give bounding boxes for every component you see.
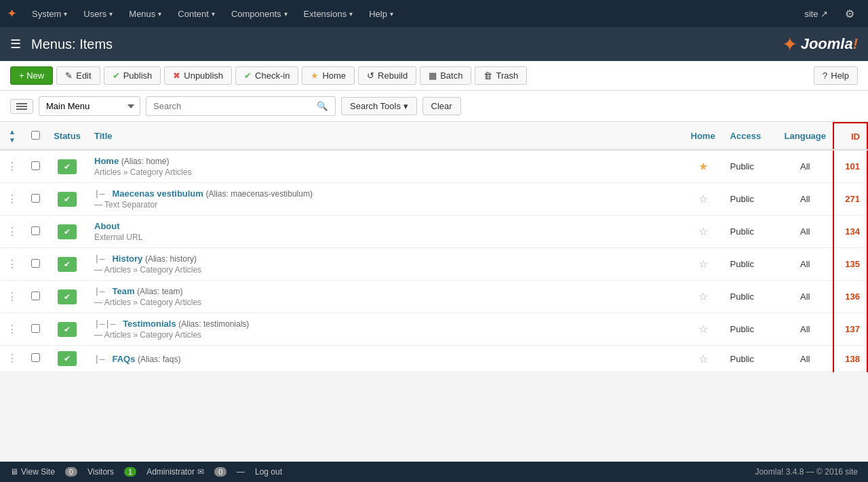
home-label: Home [322,71,346,81]
col-header-access[interactable]: Access [724,123,778,150]
indent-marker: |— [94,254,110,264]
clear-button[interactable]: Clear [422,97,461,115]
main-content: ▲ ▼ Status Title Home Access Language ID [0,122,868,372]
title-cell: |— Maecenas vestibulum (Alias: maecenas-… [87,183,683,216]
item-alias: (Alias: maecenas-vestibulum) [206,189,313,199]
home-button[interactable]: ★ Home [302,66,355,85]
home-star-filled-icon[interactable]: ★ [698,161,708,172]
col-header-status[interactable]: Status [47,123,87,150]
drag-handle-icon[interactable]: ⋮ [7,323,18,335]
users-arrow: ▾ [109,10,113,18]
select-all-checkbox[interactable] [31,131,40,140]
sidebar-toggle-button[interactable] [10,99,33,114]
id-value: 101 [845,161,860,172]
status-badge[interactable]: ✔ [58,159,77,174]
ordering-arrows[interactable]: ▲ ▼ [7,128,18,144]
home-star-empty-icon[interactable]: ☆ [698,258,708,270]
rebuild-icon: ↺ [367,71,374,81]
row-checkbox[interactable] [31,259,40,268]
language-cell: All [778,216,833,248]
item-alias: (Alias: home) [121,157,170,166]
item-title-link[interactable]: FAQs [112,354,135,364]
row-checkbox[interactable] [31,292,40,300]
home-star-empty-icon[interactable]: ☆ [698,291,708,302]
id-value: 135 [845,259,860,269]
rebuild-button[interactable]: ↺ Rebuild [358,66,416,85]
drag-handle-cell: ⋮ [0,216,24,248]
home-cell: ☆ [683,183,724,216]
status-cell: ✔ [47,216,87,248]
drag-handle-icon[interactable]: ⋮ [7,193,18,205]
item-title-link[interactable]: Team [112,286,134,296]
search-tools-button[interactable]: Search Tools ▾ [341,97,417,115]
language-value: All [800,161,810,172]
col-header-id[interactable]: ID [833,123,867,150]
status-badge[interactable]: ✔ [58,322,77,337]
access-cell: Public [724,313,778,346]
item-title-link[interactable]: Testimonials [123,319,176,329]
trash-label: Trash [496,71,518,81]
nav-users[interactable]: Users ▾ [75,0,121,27]
item-alias: (Alias: testimonials) [178,319,249,329]
row-checkbox-cell [24,313,47,346]
new-button[interactable]: + New [10,66,53,85]
item-title-link[interactable]: Home [94,156,119,166]
nav-extensions[interactable]: Extensions ▾ [296,0,361,27]
status-badge[interactable]: ✔ [58,224,77,239]
search-input[interactable] [146,97,310,115]
nav-system[interactable]: System ▾ [24,0,75,27]
status-badge[interactable]: ✔ [58,257,77,272]
sidebar-toggle-icon[interactable]: ☰ [10,37,21,52]
publish-button[interactable]: ✔ Publish [104,66,161,85]
home-star-empty-icon[interactable]: ☆ [698,353,708,365]
col-header-checkbox[interactable] [24,123,47,150]
row-checkbox[interactable] [31,353,40,362]
home-star-empty-icon[interactable]: ☆ [698,226,708,237]
drag-handle-icon[interactable]: ⋮ [7,291,18,302]
drag-handle-icon[interactable]: ⋮ [7,353,18,364]
col-header-language[interactable]: Language [778,123,833,150]
item-title-link[interactable]: History [112,254,142,264]
gear-icon[interactable]: ⚙ [838,7,861,20]
site-link[interactable]: site ↗ [797,9,835,19]
batch-label: Batch [440,71,462,81]
trash-button[interactable]: 🗑 Trash [475,66,527,85]
nav-menus[interactable]: Menus ▾ [121,0,170,27]
batch-button[interactable]: ▦ Batch [420,66,471,85]
nav-help[interactable]: Help ▾ [361,0,401,27]
hamburger-line-2 [16,106,27,107]
edit-icon: ✎ [65,71,73,81]
nav-content[interactable]: Content ▾ [170,0,223,27]
row-checkbox[interactable] [31,194,40,203]
search-button[interactable]: 🔍 [310,97,335,115]
row-checkbox[interactable] [31,161,40,170]
home-star-empty-icon[interactable]: ☆ [698,323,708,335]
status-badge[interactable]: ✔ [58,192,77,207]
item-title-link[interactable]: About [94,221,120,231]
status-badge[interactable]: ✔ [58,351,77,366]
row-checkbox[interactable] [31,226,40,235]
drag-handle-icon[interactable]: ⋮ [7,258,18,270]
checkin-button[interactable]: ✔ Check-in [235,66,298,85]
row-checkbox[interactable] [31,324,40,333]
col-header-drag[interactable]: ▲ ▼ [0,123,24,150]
col-header-home[interactable]: Home [683,123,724,150]
drag-handle-icon[interactable]: ⋮ [7,226,18,237]
edit-button[interactable]: ✎ Edit [56,66,100,85]
joomla-logo-icon: ✦ [7,6,17,21]
status-badge[interactable]: ✔ [58,289,77,304]
menus-arrow: ▾ [158,10,161,18]
item-subtitle: External URL [94,233,676,242]
access-value: Public [730,194,754,204]
unpublish-button[interactable]: ✖ Unpublish [164,66,232,85]
access-cell: Public [724,281,778,313]
home-star-empty-icon[interactable]: ☆ [698,193,708,205]
nav-components[interactable]: Components ▾ [223,0,296,27]
help-button[interactable]: ? Help [814,66,858,85]
item-title-link[interactable]: Maecenas vestibulum [112,188,203,199]
menu-filter-select[interactable]: Main Menu [39,96,140,116]
drag-handle-icon[interactable]: ⋮ [7,161,18,172]
item-subtitle: — Articles » Category Articles [94,298,676,307]
row-checkbox-cell [24,216,47,248]
col-header-title[interactable]: Title [87,123,683,150]
